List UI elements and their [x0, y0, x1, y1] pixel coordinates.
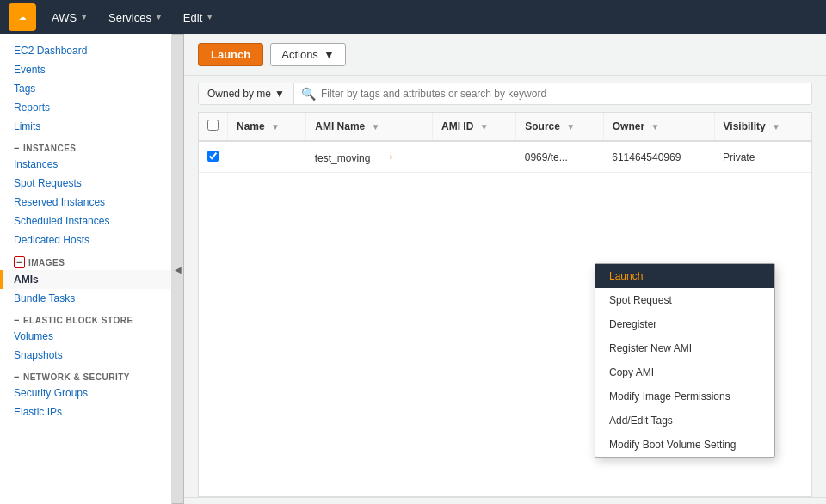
- row-source: 0969/te...: [516, 141, 604, 173]
- header-visibility: Visibility ▼: [714, 113, 811, 141]
- launch-button[interactable]: Launch: [198, 43, 263, 66]
- header-source: Source ▼: [516, 113, 604, 141]
- sidebar-item-limits[interactable]: Limits: [0, 117, 171, 136]
- ami-table: Name ▼ AMI Name ▼ AMI ID ▼ Source: [199, 113, 811, 173]
- sidebar-item-bundle-tasks[interactable]: Bundle Tasks: [0, 289, 171, 308]
- header-ami-name: AMI Name ▼: [306, 113, 433, 141]
- sidebar-item-snapshots[interactable]: Snapshots: [0, 346, 171, 365]
- row-name: [228, 141, 306, 173]
- nav-services-arrow: ▼: [155, 13, 163, 22]
- sidebar-item-amis[interactable]: AMIs: [0, 270, 171, 289]
- sidebar-item-events[interactable]: Events: [0, 60, 171, 79]
- search-input[interactable]: [321, 88, 804, 100]
- sidebar-collapse-handle[interactable]: ◀: [172, 34, 184, 504]
- sidebar-item-reports[interactable]: Reports: [0, 98, 171, 117]
- sidebar-section-images[interactable]: − IMAGES: [0, 249, 171, 270]
- bottom-scrollbar: [184, 497, 826, 504]
- top-nav: ☁ AWS ▼ Services ▼ Edit ▼: [0, 0, 826, 34]
- sidebar-item-ec2dashboard[interactable]: EC2 Dashboard: [0, 41, 171, 60]
- ami-id-sort-arrow[interactable]: ▼: [480, 122, 489, 132]
- context-menu: Launch Spot Request Deregister Register …: [595, 263, 775, 458]
- sidebar: EC2 Dashboard Events Tags Reports Limits…: [0, 34, 172, 504]
- row-ami-id: [432, 141, 515, 173]
- owned-by-me-dropdown[interactable]: Owned by me ▼: [199, 83, 294, 104]
- table-row[interactable]: test_moving → 0969/te... 611464540969 Pr…: [199, 141, 811, 173]
- sidebar-section-ebs[interactable]: − ELASTIC BLOCK STORE: [0, 308, 171, 327]
- nav-services[interactable]: Services ▼: [100, 8, 171, 28]
- row-arrow-icon: →: [380, 148, 396, 166]
- nav-edit[interactable]: Edit ▼: [175, 8, 222, 28]
- row-checkbox[interactable]: [207, 151, 219, 162]
- table-header-row: Name ▼ AMI Name ▼ AMI ID ▼ Source: [199, 113, 811, 141]
- owner-sort-arrow[interactable]: ▼: [650, 122, 659, 132]
- visibility-sort-arrow[interactable]: ▼: [772, 122, 780, 132]
- nav-aws[interactable]: AWS ▼: [43, 8, 96, 28]
- filter-search-container: 🔍: [294, 87, 811, 101]
- search-icon: 🔍: [301, 87, 316, 101]
- row-visibility: Private: [714, 141, 811, 173]
- context-menu-item-add-edit-tags[interactable]: Add/Edit Tags: [595, 409, 774, 433]
- context-menu-item-register-new-ami[interactable]: Register New AMI: [595, 336, 774, 360]
- select-all-checkbox[interactable]: [207, 120, 219, 131]
- ami-table-container: Name ▼ AMI Name ▼ AMI ID ▼ Source: [198, 112, 812, 497]
- sidebar-item-volumes[interactable]: Volumes: [0, 327, 171, 346]
- context-menu-item-spot-request[interactable]: Spot Request: [595, 288, 774, 312]
- context-menu-item-copy-ami[interactable]: Copy AMI: [595, 360, 774, 384]
- main-layout: EC2 Dashboard Events Tags Reports Limits…: [0, 34, 826, 504]
- toolbar: Launch Actions ▼: [184, 34, 826, 76]
- source-sort-arrow[interactable]: ▼: [566, 122, 575, 132]
- actions-arrow-icon: ▼: [324, 48, 335, 61]
- ami-name-sort-arrow[interactable]: ▼: [372, 122, 380, 132]
- sidebar-item-spot-requests[interactable]: Spot Requests: [0, 174, 171, 193]
- header-ami-id: AMI ID ▼: [432, 113, 515, 141]
- main-content: Launch Actions ▼ Owned by me ▼ 🔍: [184, 34, 826, 504]
- actions-button[interactable]: Actions ▼: [270, 43, 346, 66]
- context-menu-item-deregister[interactable]: Deregister: [595, 312, 774, 336]
- sidebar-item-elastic-ips[interactable]: Elastic IPs: [0, 403, 171, 421]
- owned-dropdown-arrow-icon: ▼: [274, 88, 285, 100]
- filter-bar: Owned by me ▼ 🔍: [198, 83, 812, 105]
- row-checkbox-cell: [199, 141, 228, 173]
- name-sort-arrow[interactable]: ▼: [271, 122, 280, 132]
- sidebar-item-scheduled-instances[interactable]: Scheduled Instances: [0, 212, 171, 230]
- sidebar-section-instances[interactable]: − INSTANCES: [0, 136, 171, 155]
- sidebar-item-instances[interactable]: Instances: [0, 155, 171, 174]
- header-name: Name ▼: [228, 113, 306, 141]
- aws-logo[interactable]: ☁: [9, 3, 36, 31]
- header-checkbox-cell: [199, 113, 228, 141]
- nav-aws-arrow: ▼: [80, 13, 88, 22]
- context-menu-item-modify-image-permissions[interactable]: Modify Image Permissions: [595, 384, 774, 409]
- context-menu-item-launch[interactable]: Launch: [595, 264, 774, 288]
- nav-edit-arrow: ▼: [206, 13, 213, 22]
- sidebar-item-tags[interactable]: Tags: [0, 79, 171, 98]
- header-owner: Owner ▼: [603, 113, 714, 141]
- row-ami-name: test_moving →: [306, 141, 433, 173]
- row-owner: 611464540969: [603, 141, 714, 173]
- svg-text:☁: ☁: [19, 14, 26, 22]
- sidebar-item-dedicated-hosts[interactable]: Dedicated Hosts: [0, 230, 171, 249]
- sidebar-section-network[interactable]: − NETWORK & SECURITY: [0, 365, 171, 384]
- sidebar-item-security-groups[interactable]: Security Groups: [0, 384, 171, 403]
- context-menu-item-modify-boot-volume[interactable]: Modify Boot Volume Setting: [595, 433, 774, 457]
- sidebar-item-reserved-instances[interactable]: Reserved Instances: [0, 193, 171, 212]
